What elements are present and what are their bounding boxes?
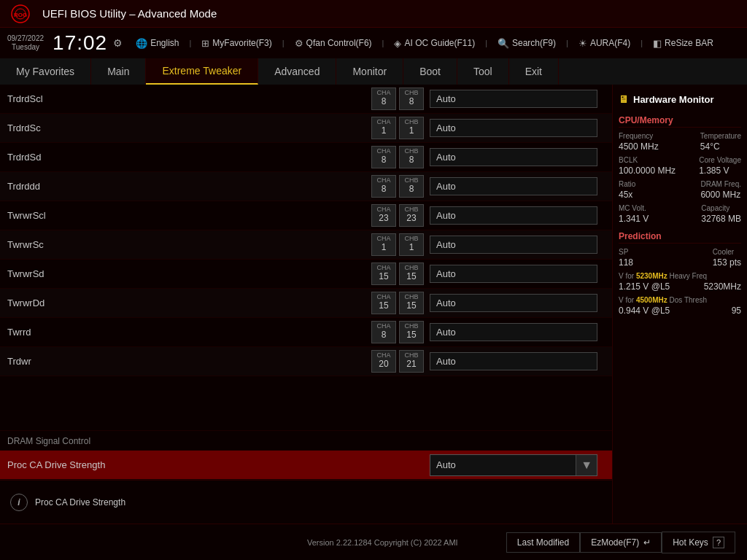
bclk-value: 100.0000 MHz: [619, 166, 676, 176]
param-input-5[interactable]: [430, 236, 597, 254]
param-input-6[interactable]: [430, 265, 597, 283]
nav-qfan[interactable]: ⚙ Qfan Control(F6): [295, 38, 372, 49]
hw-mc-volt-row: MC Volt. 1.341 V Capacity 32768 MB: [619, 204, 741, 224]
param-input-2[interactable]: [430, 148, 597, 166]
temperature-label: Temperature: [700, 132, 741, 140]
param-dropdown[interactable]: Auto ▼: [430, 454, 597, 476]
hot-keys-button[interactable]: Hot Keys ?: [662, 532, 735, 553]
table-row[interactable]: TwrwrDd CHA 15 CHB 15: [0, 289, 612, 318]
param-name-2: TrdrdSd: [7, 152, 371, 163]
tab-my-favorites[interactable]: My Favorites: [0, 58, 91, 85]
param-input-3[interactable]: [430, 177, 597, 195]
param-input-4[interactable]: [430, 206, 597, 225]
cha-badge-6: CHA 15: [371, 262, 396, 285]
cpu-memory-section: CPU/Memory Frequency 4500 MHz Temperatur…: [619, 115, 741, 224]
chb-badge-8: CHB 15: [399, 321, 424, 343]
tab-exit[interactable]: Exit: [509, 58, 559, 85]
chb-badge-7: CHB 15: [399, 292, 424, 314]
selected-param-control: Auto ▼: [430, 454, 605, 476]
myfavorite-label: MyFavorite(F3): [212, 38, 271, 48]
dram-freq-value: 6000 MHz: [700, 190, 741, 200]
tab-tool[interactable]: Tool: [457, 58, 509, 85]
param-input-7[interactable]: [430, 294, 597, 312]
nav-resizebar[interactable]: ◧ ReSize BAR: [653, 38, 713, 49]
qfan-label: Qfan Control(F6): [306, 38, 372, 48]
chb-badge-4: CHB 23: [399, 204, 424, 227]
selected-param-name: Proc CA Drive Strength: [7, 459, 430, 470]
app-title: UEFI BIOS Utility – Advanced Mode: [42, 7, 740, 20]
dram-signal-control-header: DRAM Signal Control: [7, 436, 90, 446]
table-row[interactable]: Trdrddd CHA 8 CHB 8: [0, 172, 612, 201]
param-name-7: TwrwrDd: [7, 298, 371, 308]
cha-chb-6: CHA 15 CHB 15: [371, 262, 424, 285]
core-voltage-label: Core Voltage: [699, 156, 741, 164]
cha-chb-3: CHA 8 CHB 8: [371, 175, 424, 198]
dos-thresh-label: Dos Thresh: [670, 296, 708, 304]
cooler-value: 153 pts: [713, 257, 741, 268]
nav-language[interactable]: 🌐 English: [136, 38, 179, 49]
param-control-4: [430, 206, 605, 225]
param-name-4: TwrwrScl: [7, 210, 371, 221]
cha-chb-1: CHA 1 CHB 1: [371, 117, 424, 139]
param-name-9: Trdwr: [7, 356, 371, 367]
cha-chb-7: CHA 15 CHB 15: [371, 292, 424, 314]
footer: Version 2.22.1284 Copyright (C) 2022 AMI…: [0, 524, 747, 560]
freq-4500-highlight: 4500MHz: [636, 296, 667, 304]
table-row[interactable]: TrdrdSd CHA 8 CHB 8: [0, 143, 612, 172]
table-row[interactable]: Trdwr CHA 20 CHB 21: [0, 347, 612, 376]
table-row[interactable]: TwrwrScl CHA 23 CHB 23: [0, 201, 612, 230]
param-input-8[interactable]: [430, 323, 597, 341]
cha-badge-0: CHA 8: [371, 88, 396, 110]
tab-boot[interactable]: Boot: [403, 58, 457, 85]
nav-aioc[interactable]: ◈ AI OC Guide(F11): [394, 38, 475, 49]
resizebar-icon: ◧: [653, 38, 662, 49]
tab-main[interactable]: Main: [91, 58, 146, 85]
param-input-0[interactable]: [430, 90, 597, 108]
mc-volt-label: MC Volt.: [619, 204, 649, 212]
nav-myfavorite[interactable]: ⊞ MyFavorite(F3): [201, 38, 271, 49]
cha-chb-5: CHA 1 CHB 1: [371, 233, 424, 256]
nav-aura[interactable]: ☀ AURA(F4): [578, 38, 630, 49]
hw-core-voltage-col: Core Voltage 1.385 V: [699, 156, 741, 176]
table-row[interactable]: TwrwrSd CHA 15 CHB 15: [0, 260, 612, 289]
nav-search[interactable]: 🔍 Search(F9): [498, 38, 556, 49]
sp-label: SP: [619, 248, 633, 256]
cha-badge-4: CHA 23: [371, 204, 396, 227]
temperature-value: 54°C: [700, 141, 741, 152]
date-section: 09/27/2022 Tuesday: [7, 34, 44, 52]
tab-extreme-tweaker[interactable]: Extreme Tweaker: [146, 58, 258, 85]
selected-param-row[interactable]: Proc CA Drive Strength Auto ▼: [0, 451, 612, 480]
dropdown-arrow-icon[interactable]: ▼: [576, 455, 597, 475]
tab-advanced[interactable]: Advanced: [258, 58, 336, 85]
param-control-9: [430, 352, 605, 370]
settings-icon[interactable]: ⚙: [113, 37, 123, 49]
param-control-7: [430, 294, 605, 312]
param-input-1[interactable]: [430, 119, 597, 137]
dropdown-value: Auto: [430, 456, 576, 474]
prediction-title: Prediction: [619, 231, 741, 244]
cha-badge-7: CHA 15: [371, 292, 396, 314]
cha-chb-4: CHA 23 CHB 23: [371, 204, 424, 227]
tab-monitor[interactable]: Monitor: [336, 58, 403, 85]
param-input-9[interactable]: [430, 352, 597, 370]
last-modified-button[interactable]: Last Modified: [506, 532, 580, 553]
table-row[interactable]: TrdrdScl CHA 8 CHB 8: [0, 85, 612, 114]
table-row[interactable]: TwrwrSc CHA 1 CHB 1: [0, 230, 612, 260]
chb-badge-1: CHB 1: [399, 117, 424, 139]
table-row[interactable]: Twrrd CHA 8 CHB 15: [0, 318, 612, 347]
prediction-sp-row: SP 118 Cooler 153 pts: [619, 248, 741, 268]
ez-mode-button[interactable]: EzMode(F7) ↵: [580, 532, 662, 553]
bclk-label: BCLK: [619, 156, 676, 164]
chb-badge-9: CHB 21: [399, 350, 424, 373]
day-display: Tuesday: [12, 43, 39, 52]
param-table: TrdrdScl CHA 8 CHB 8 TrdrdSc CHA 1: [0, 85, 612, 430]
param-control-0: [430, 90, 605, 108]
description-bar: i Proc CA Drive Strength: [0, 480, 612, 524]
param-control-2: [430, 148, 605, 166]
chb-badge-6: CHB 15: [399, 262, 424, 285]
chb-badge-0: CHB 8: [399, 88, 424, 110]
core-voltage-value: 1.385 V: [699, 166, 741, 176]
svg-text:ROG: ROG: [14, 12, 27, 18]
table-row[interactable]: TrdrdSc CHA 1 CHB 1: [0, 114, 612, 143]
top-nav-items: 🌐 English | ⊞ MyFavorite(F3) | ⚙ Qfan Co…: [136, 38, 740, 49]
